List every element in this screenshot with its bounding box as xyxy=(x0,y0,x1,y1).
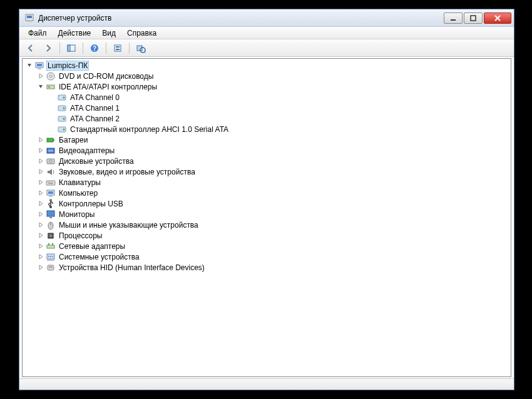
drive-icon xyxy=(57,93,67,103)
maximize-button[interactable] xyxy=(464,13,483,24)
cpu-icon xyxy=(46,231,56,241)
tree-label: ATA Channel 1 xyxy=(69,104,121,113)
category-audio[interactable]: Звуковые, видео и игровые устройства xyxy=(23,166,511,177)
expanded-icon[interactable] xyxy=(26,62,33,69)
svg-rect-20 xyxy=(47,85,54,89)
tree-label: Мыши и иные указывающие устройства xyxy=(58,221,200,230)
toolbar-separator xyxy=(83,43,83,54)
category-cpu[interactable]: Процессоры xyxy=(23,230,511,241)
tree-label: Lumpics-ПК xyxy=(46,61,89,71)
collapsed-icon[interactable] xyxy=(38,179,44,186)
svg-rect-3 xyxy=(451,19,456,21)
category-ide[interactable]: IDE ATA/ATAPI контроллеры xyxy=(23,81,511,92)
collapsed-icon[interactable] xyxy=(38,243,44,250)
tree-label: DVD и CD-ROM дисководы xyxy=(58,72,155,81)
svg-rect-51 xyxy=(49,235,52,237)
device-ata1[interactable]: ATA Channel 1 xyxy=(23,103,511,113)
svg-rect-37 xyxy=(48,182,49,183)
device-ata0[interactable]: ATA Channel 0 xyxy=(23,92,511,103)
expanded-icon[interactable] xyxy=(38,83,44,90)
hid-icon xyxy=(46,263,56,273)
back-button[interactable] xyxy=(23,41,38,55)
category-system[interactable]: Системные устройства xyxy=(23,251,511,262)
menu-file[interactable]: Файл xyxy=(23,28,52,39)
usb-icon xyxy=(46,199,56,209)
svg-point-35 xyxy=(49,160,52,163)
category-monitor[interactable]: Мониторы xyxy=(23,209,511,220)
svg-rect-43 xyxy=(49,196,53,197)
collapsed-icon[interactable] xyxy=(38,189,44,196)
monitor-icon xyxy=(46,210,56,220)
window-controls xyxy=(444,13,511,24)
ide-icon xyxy=(46,82,56,92)
category-usb[interactable]: Контроллеры USB xyxy=(23,198,511,209)
collapsed-icon[interactable] xyxy=(38,200,44,207)
category-keyboard[interactable]: Клавиатуры xyxy=(23,177,511,188)
titlebar[interactable]: Диспетчер устройств xyxy=(19,9,514,27)
svg-rect-47 xyxy=(49,217,52,218)
network-icon xyxy=(46,241,56,251)
menu-help[interactable]: Справка xyxy=(122,28,161,39)
svg-point-44 xyxy=(49,206,52,208)
collapsed-icon[interactable] xyxy=(38,264,44,271)
tree-label: Клавиатуры xyxy=(58,178,102,187)
tree-label: Компьютер xyxy=(58,189,99,198)
drive-icon xyxy=(57,124,67,134)
menu-action[interactable]: Действие xyxy=(53,28,96,39)
collapsed-icon[interactable] xyxy=(38,158,44,164)
toolbar-separator xyxy=(106,43,106,54)
tree-label: ATA Channel 0 xyxy=(69,93,121,102)
tree-label: Устройства HID (Human Interface Devices) xyxy=(58,263,206,272)
show-hide-button[interactable] xyxy=(64,41,79,55)
mouse-icon xyxy=(46,220,56,230)
collapsed-icon[interactable] xyxy=(38,73,44,79)
category-disk[interactable]: Дисковые устройства xyxy=(23,156,511,166)
svg-point-19 xyxy=(49,75,52,78)
device-ata2[interactable]: ATA Channel 2 xyxy=(23,113,511,124)
root-computer[interactable]: Lumpics-ПК xyxy=(23,60,511,71)
category-network[interactable]: Сетевые адаптеры xyxy=(23,241,511,251)
device-manager-window: Диспетчер устройств Файл Действие Вид Сп… xyxy=(19,9,514,390)
tree-label: Системные устройства xyxy=(58,253,141,261)
collapsed-icon[interactable] xyxy=(38,253,44,260)
app-icon xyxy=(24,13,34,23)
expander-spacer xyxy=(49,104,56,111)
tree-label: Видеоадаптеры xyxy=(58,146,116,155)
category-mouse[interactable]: Мыши и иные указывающие устройства xyxy=(23,220,511,230)
video-icon xyxy=(46,146,56,156)
minimize-button[interactable] xyxy=(444,13,463,24)
svg-point-29 xyxy=(63,128,65,130)
close-button[interactable] xyxy=(484,13,511,24)
collapsed-icon[interactable] xyxy=(38,211,44,218)
collapsed-icon[interactable] xyxy=(38,147,44,154)
svg-rect-2 xyxy=(28,21,31,22)
menu-view[interactable]: Вид xyxy=(97,28,121,39)
svg-rect-16 xyxy=(37,64,42,66)
collapsed-icon[interactable] xyxy=(38,136,44,143)
refresh-button[interactable] xyxy=(133,41,148,55)
scan-button[interactable] xyxy=(110,41,125,55)
help-button[interactable]: ? xyxy=(87,41,102,55)
audio-icon xyxy=(46,167,56,177)
category-computer[interactable]: Компьютер xyxy=(23,188,511,198)
svg-rect-42 xyxy=(48,191,53,194)
category-hid[interactable]: Устройства HID (Human Interface Devices) xyxy=(23,262,511,273)
drive-icon xyxy=(57,114,67,124)
category-dvd[interactable]: DVD и CD-ROM дисководы xyxy=(23,71,511,81)
tree-view[interactable]: Lumpics-ПКDVD и CD-ROM дисководыIDE ATA/… xyxy=(22,58,511,377)
collapsed-icon[interactable] xyxy=(38,221,44,228)
svg-rect-40 xyxy=(48,183,53,184)
tree-label: Батареи xyxy=(58,136,89,144)
category-video[interactable]: Видеоадаптеры xyxy=(23,145,511,156)
svg-text:?: ? xyxy=(93,45,96,52)
device-ahci[interactable]: Стандартный контроллер AHCI 1.0 Serial A… xyxy=(23,124,511,134)
collapsed-icon[interactable] xyxy=(38,168,44,175)
computer-icon xyxy=(46,188,56,198)
tree-label: ATA Channel 2 xyxy=(69,114,121,123)
forward-button[interactable] xyxy=(41,41,56,55)
toolbar: ? xyxy=(19,39,514,57)
collapsed-icon[interactable] xyxy=(38,232,44,239)
category-batteries[interactable]: Батареи xyxy=(23,134,511,145)
svg-point-23 xyxy=(63,96,65,98)
svg-rect-4 xyxy=(471,16,476,21)
